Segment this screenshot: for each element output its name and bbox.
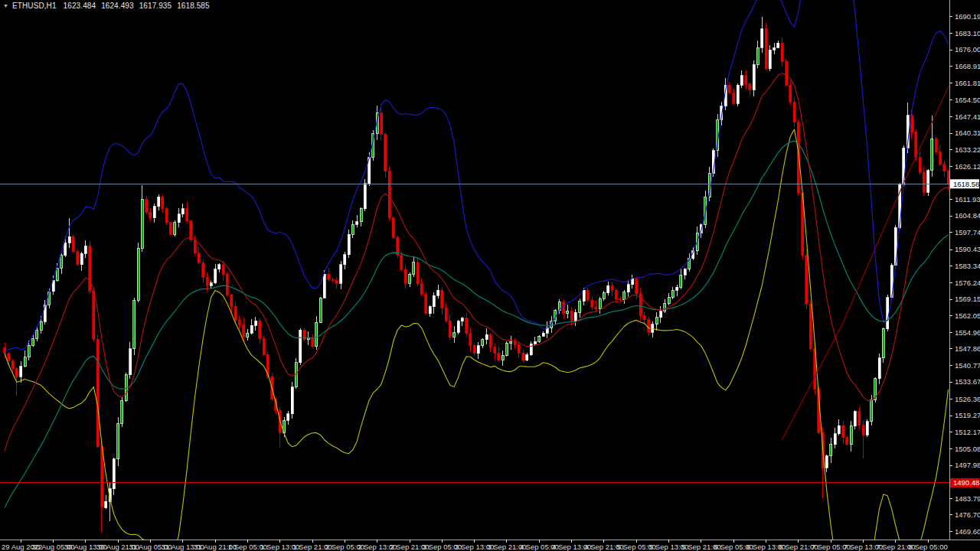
bull-candle-body	[319, 298, 322, 322]
price-axis-label: 1633.220	[955, 145, 980, 154]
bear-candle-body	[809, 304, 812, 348]
bear-candle-body	[149, 212, 152, 217]
bear-candle-body	[165, 209, 168, 223]
bear-candle-body	[611, 285, 613, 290]
bull-candle-body	[655, 318, 658, 324]
bull-candle-body	[32, 339, 34, 345]
price-axis-label: 1476.700	[955, 510, 980, 519]
bull-candle-body	[753, 64, 755, 90]
bull-candle-body	[453, 332, 456, 337]
bull-candle-body	[360, 209, 362, 222]
bear-candle-body	[615, 290, 617, 298]
bear-candle-body	[169, 223, 172, 234]
bull-candle-body	[437, 290, 439, 295]
bull-candle-body	[887, 298, 889, 329]
bull-candle-body	[137, 248, 139, 300]
bear-candle-body	[194, 240, 196, 253]
price-axis-label: 1604.840	[955, 211, 980, 220]
bear-candle-body	[765, 29, 767, 69]
bear-candle-body	[145, 199, 148, 212]
bear-candle-body	[586, 290, 589, 300]
bull-candle-body	[671, 290, 674, 297]
bull-candle-body	[838, 425, 840, 434]
price-axis-label: 1540.770	[955, 361, 980, 370]
bear-candle-body	[8, 354, 10, 361]
bear-candle-body	[469, 334, 472, 346]
bull-candle-body	[340, 265, 342, 283]
bull-candle-body	[133, 300, 136, 349]
bear-candle-body	[259, 321, 261, 338]
bear-candle-body	[392, 218, 394, 237]
price-axis-label: 1497.985	[955, 461, 980, 469]
bull-candle-body	[567, 311, 569, 313]
bear-candle-body	[489, 334, 492, 347]
bull-candle-body	[830, 445, 832, 456]
bull-candle-body	[482, 340, 484, 346]
bull-candle-body	[632, 279, 634, 285]
bull-candle-body	[141, 199, 143, 248]
bear-candle-body	[384, 134, 387, 171]
bull-candle-body	[542, 333, 544, 336]
bull-candle-body	[323, 274, 325, 298]
bear-candle-body	[206, 277, 208, 285]
bear-candle-body	[643, 316, 645, 320]
bear-candle-body	[400, 256, 403, 270]
bear-candle-body	[198, 253, 200, 263]
bear-candle-body	[226, 274, 228, 295]
bear-candle-body	[303, 330, 305, 340]
bear-candle-body	[947, 171, 949, 184]
price-axis-label: 1533.675	[955, 377, 980, 386]
bear-candle-body	[89, 246, 91, 291]
bull-candle-body	[927, 171, 929, 193]
bull-candle-body	[574, 312, 577, 321]
bear-candle-body	[789, 85, 792, 102]
bull-candle-body	[740, 76, 743, 85]
price-axis-label: 1668.910	[955, 62, 980, 70]
bear-candle-body	[445, 308, 447, 321]
bear-candle-body	[494, 347, 496, 353]
bear-candle-body	[162, 197, 164, 208]
bear-candle-body	[420, 284, 423, 295]
bull-candle-body	[538, 336, 541, 341]
bull-candle-body	[603, 293, 605, 299]
bull-candle-body	[684, 269, 686, 275]
price-axis-label: 1626.125	[955, 162, 980, 171]
bear-candle-body	[190, 221, 192, 240]
bull-candle-body	[348, 234, 350, 255]
bull-candle-body	[506, 344, 508, 355]
bull-candle-body	[664, 304, 666, 311]
bear-candle-body	[381, 113, 383, 134]
price-axis-label: 1526.365	[955, 395, 980, 403]
bull-candle-body	[84, 246, 87, 253]
bull-candle-body	[756, 47, 759, 64]
order-price-badge: 1490.484	[950, 478, 980, 487]
bear-candle-body	[388, 171, 390, 218]
bull-candle-body	[882, 329, 884, 358]
mt4-chart-window: 1690.1951683.1001676.0051668.9101661.815…	[0, 0, 980, 551]
price-axis-label: 1562.055	[955, 311, 980, 320]
price-axis-label: 1690.195	[955, 12, 980, 21]
bull-candle-body	[178, 214, 180, 223]
bear-candle-body	[648, 320, 650, 333]
price-chart[interactable]: 1690.1951683.1001676.0051668.9101661.815…	[0, 0, 980, 551]
bull-candle-body	[607, 285, 609, 293]
bear-candle-body	[522, 353, 524, 360]
bull-candle-body	[413, 262, 415, 275]
bear-candle-body	[473, 345, 475, 353]
bear-candle-body	[915, 132, 917, 158]
bear-candle-body	[328, 274, 330, 279]
ohlc-high-value: 1624.493	[101, 2, 134, 10]
bull-candle-body	[769, 50, 771, 68]
bear-candle-body	[786, 61, 788, 85]
bull-candle-body	[255, 321, 257, 325]
bull-candle-body	[356, 222, 358, 225]
bull-candle-body	[250, 325, 253, 333]
price-axis-label: 1654.505	[955, 96, 980, 104]
chart-background	[0, 0, 980, 551]
bull-candle-body	[825, 456, 828, 468]
ohlc-open-value: 1623.484	[64, 2, 96, 10]
bull-candle-body	[20, 367, 22, 377]
bear-candle-body	[466, 318, 468, 334]
bull-candle-body	[105, 501, 107, 507]
price-axis-label: 1661.815	[955, 79, 980, 87]
